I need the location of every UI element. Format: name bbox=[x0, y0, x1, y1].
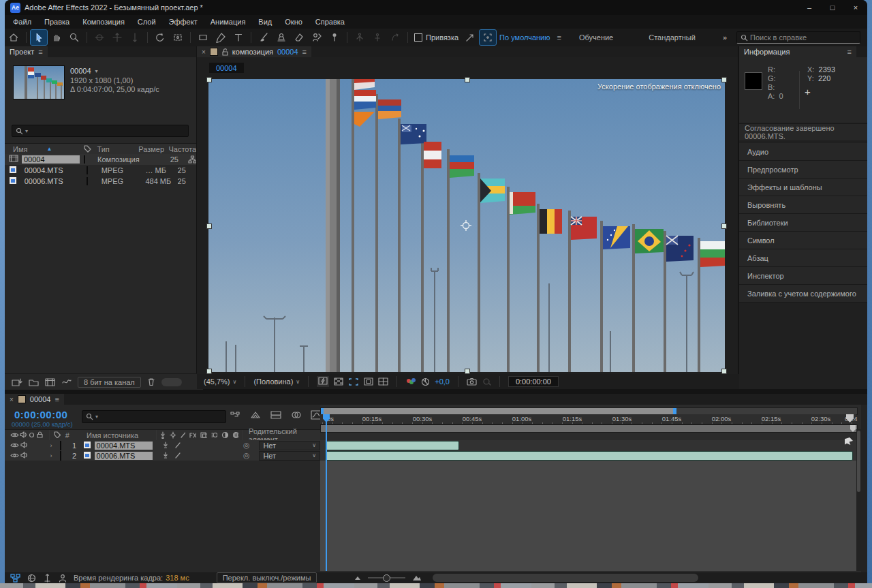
table-row[interactable]: 00004.MTS MPEG … МБ 25 bbox=[5, 165, 196, 176]
exposure-icon[interactable] bbox=[421, 377, 430, 386]
table-row[interactable]: 00006.MTS MPEG 484 МБ 25 bbox=[5, 176, 196, 187]
close-tab-icon[interactable]: × bbox=[10, 396, 14, 403]
playhead-line[interactable] bbox=[326, 414, 327, 571]
new-folder-icon[interactable] bbox=[29, 378, 39, 386]
row-name[interactable]: 00004 bbox=[22, 155, 80, 164]
snap-control[interactable]: Привязка bbox=[414, 33, 458, 42]
home-tool[interactable] bbox=[5, 30, 22, 45]
layer-draft-icon[interactable] bbox=[174, 442, 181, 449]
transparency-grid-icon[interactable] bbox=[334, 377, 343, 386]
layer-expander[interactable]: › bbox=[50, 452, 60, 459]
timeline-zoom-slider[interactable] bbox=[368, 577, 405, 578]
label-column-icon[interactable] bbox=[53, 431, 61, 438]
label-color-swatch[interactable] bbox=[84, 155, 85, 164]
parent-select[interactable]: Нет ∨ bbox=[259, 451, 320, 461]
workspace-default[interactable]: По умолчанию bbox=[499, 33, 550, 42]
mask-visibility-icon[interactable] bbox=[364, 377, 373, 386]
orbit-camera-tool[interactable] bbox=[91, 30, 108, 45]
layer-row[interactable]: › 2 00006.MTS ◎ Нет ∨ bbox=[5, 450, 320, 461]
pen-tool[interactable] bbox=[213, 30, 229, 45]
tab-timeline-comp[interactable]: × 00004 ≡ bbox=[5, 394, 64, 405]
navigator-end-handle[interactable] bbox=[673, 408, 676, 414]
resolution-select[interactable]: (Половина) ∨ bbox=[253, 377, 300, 386]
comp-mini-flowchart-icon[interactable] bbox=[230, 410, 240, 420]
user-icon[interactable] bbox=[59, 574, 67, 583]
workspace-learn[interactable]: Обучение bbox=[579, 33, 613, 42]
pan-camera-tool[interactable] bbox=[109, 30, 125, 45]
panel-tab-effects-presets[interactable]: Эффекты и шаблоны bbox=[739, 179, 867, 196]
puppet-starch-tool[interactable] bbox=[369, 30, 386, 45]
tab-info[interactable]: Информация ≡ bbox=[739, 46, 856, 57]
new-composition-icon[interactable] bbox=[45, 378, 55, 386]
tab-composition[interactable]: × композиция 00004 ≡ bbox=[197, 46, 311, 57]
layer-draft-icon[interactable] bbox=[174, 452, 181, 459]
panel-tab-paragraph[interactable]: Абзац bbox=[739, 249, 867, 267]
channel-rgb-icon[interactable] bbox=[405, 377, 416, 386]
workspace-standard[interactable]: Стандартный bbox=[649, 33, 696, 42]
shy-layers-icon[interactable] bbox=[270, 410, 281, 420]
layer-row[interactable]: › 1 00004.MTS ◎ Нет ∨ bbox=[5, 440, 320, 451]
audio-speaker-icon[interactable] bbox=[20, 442, 28, 448]
unlock-icon[interactable] bbox=[222, 48, 228, 56]
text-tool[interactable] bbox=[230, 30, 247, 45]
magnification-select[interactable]: (45,7%) ∨ bbox=[204, 377, 236, 386]
frame-blending-icon[interactable] bbox=[291, 410, 301, 420]
puppet-bend-tool[interactable] bbox=[387, 30, 403, 45]
project-panel-menu-icon[interactable]: ≡ bbox=[38, 48, 42, 56]
zoom-out-mountain-icon[interactable] bbox=[354, 575, 361, 581]
tab-project[interactable]: Проект ≡ bbox=[5, 46, 48, 57]
audio-speaker-icon[interactable] bbox=[20, 452, 28, 459]
layer-bar-00006[interactable] bbox=[325, 451, 853, 461]
info-panel-menu-icon[interactable]: ≡ bbox=[847, 48, 852, 56]
selection-tool[interactable] bbox=[31, 30, 47, 45]
menu-edit[interactable]: Правка bbox=[44, 18, 69, 26]
menu-effect[interactable]: Эффект bbox=[169, 18, 198, 26]
render-globe-icon[interactable] bbox=[27, 574, 36, 583]
zoom-tool[interactable] bbox=[66, 30, 82, 45]
row-name[interactable]: 00004.MTS bbox=[22, 166, 82, 174]
item-dropdown-icon[interactable]: ▾ bbox=[95, 68, 98, 74]
column-name[interactable]: Имя ▲ bbox=[5, 145, 83, 153]
work-area-bar[interactable] bbox=[320, 424, 858, 433]
snapshot-camera-icon[interactable] bbox=[467, 377, 477, 386]
current-time-display[interactable]: 0:00:00:00 bbox=[14, 409, 67, 420]
puppet-overlap-tool[interactable] bbox=[352, 30, 368, 45]
layer-bar-00004[interactable] bbox=[325, 441, 459, 450]
show-snapshot-icon[interactable] bbox=[482, 377, 491, 386]
help-search[interactable]: Поиск в справке bbox=[736, 31, 860, 44]
shear-icon[interactable] bbox=[462, 30, 478, 45]
preview-time-display[interactable]: 0:00:00:00 bbox=[508, 376, 559, 387]
dolly-camera-tool[interactable] bbox=[127, 30, 143, 45]
bit-depth-button[interactable]: 8 бит на канал bbox=[78, 377, 141, 388]
panel-tab-audio[interactable]: Аудио bbox=[739, 143, 867, 161]
minimize-button[interactable]: – bbox=[798, 3, 821, 12]
close-button[interactable]: × bbox=[844, 3, 867, 12]
layer-source-name[interactable]: 00004.MTS bbox=[95, 442, 153, 450]
fast-previews-icon[interactable] bbox=[317, 376, 329, 387]
project-item-thumbnail[interactable] bbox=[13, 65, 65, 99]
vertical-scrollbar[interactable] bbox=[856, 429, 861, 571]
toggle-switches-modes-button[interactable]: Перекл. выключ./режимы bbox=[217, 572, 317, 583]
roto-brush-tool[interactable] bbox=[309, 30, 325, 45]
column-rate[interactable]: Частота … bbox=[168, 145, 196, 153]
rectangle-tool[interactable] bbox=[195, 30, 211, 45]
mini-flowchart-status-icon[interactable] bbox=[10, 574, 20, 583]
project-search-input[interactable]: ▾ bbox=[12, 125, 189, 137]
label-color-swatch[interactable] bbox=[87, 177, 88, 185]
layer-quality-icon[interactable] bbox=[162, 452, 169, 459]
workspace-menu-icon[interactable]: ≡ bbox=[557, 33, 561, 42]
puppet-pin-tool[interactable] bbox=[326, 30, 343, 45]
brush-tool[interactable] bbox=[255, 30, 272, 45]
menu-composition[interactable]: Композиция bbox=[82, 18, 125, 26]
layer-color-swatch[interactable] bbox=[60, 441, 61, 450]
video-eye-icon[interactable] bbox=[10, 442, 19, 448]
parent-select[interactable]: Нет ∨ bbox=[259, 441, 320, 450]
interpret-footage-icon[interactable] bbox=[61, 377, 72, 386]
menu-file[interactable]: Файл bbox=[13, 18, 31, 26]
camera-tool[interactable] bbox=[170, 30, 186, 45]
work-area-end-handle[interactable] bbox=[850, 425, 856, 432]
video-eye-icon[interactable] bbox=[10, 452, 19, 459]
panel-tab-preview[interactable]: Предпросмотр bbox=[739, 161, 867, 179]
panel-tab-libraries[interactable]: Библиотеки bbox=[739, 214, 867, 232]
exposure-value[interactable]: +0,0 bbox=[435, 377, 450, 386]
